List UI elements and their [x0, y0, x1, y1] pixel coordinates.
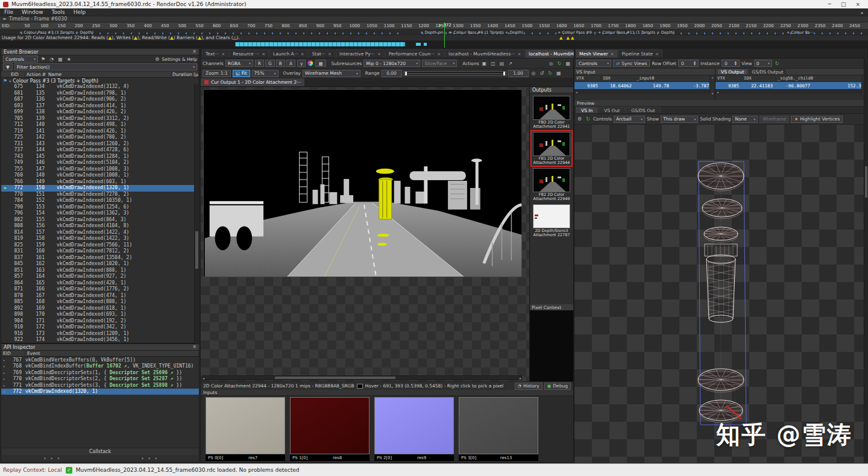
scrollbar-thumb[interactable] — [865, 166, 867, 198]
highlight-vertices-toggle[interactable]: ★Highlight Vertices — [791, 116, 843, 123]
channels-dropdown[interactable]: RGBA▾ — [225, 60, 253, 67]
event-row[interactable]: 802155vkCmdDrawIndexed(864, 3) — [1, 217, 199, 224]
api-inspector-header[interactable]: API Inspector × — [1, 344, 199, 351]
close-icon[interactable]: × — [301, 52, 304, 57]
callstack-bar[interactable]: Callstack — [1, 448, 199, 455]
output-thumbnail[interactable]: FB2 2D Color Attachment 22949 — [532, 168, 571, 202]
close-icon[interactable]: × — [192, 345, 197, 349]
timeline-ruler[interactable]: EID: ▶772 501001502002503003504004505005… — [0, 22, 868, 30]
event-row[interactable]: 831160vkCmdDrawIndexed(7812, 2) — [1, 248, 199, 255]
gear-icon[interactable]: ⚙ — [576, 116, 583, 122]
tab-1[interactable]: Resource ···× — [229, 49, 269, 58]
event-row[interactable]: 837161vkCmdDrawIndexed(13584, 2) — [1, 255, 199, 261]
expander-icon[interactable]: ▸ — [1, 389, 7, 393]
expander-icon[interactable]: ▾ — [9, 79, 11, 83]
range-min-input[interactable]: 0.00 — [382, 70, 402, 77]
overlay-dropdown[interactable]: Wireframe Mesh▾ — [303, 70, 360, 77]
close-button[interactable]: × — [855, 1, 860, 7]
refresh-icon[interactable]: ↻ — [774, 61, 781, 66]
vs-output-table[interactable]: VS OutputGS/DS Output VTXIDX_sig58._chil… — [715, 69, 867, 100]
settings-help[interactable]: ⚙ Settings & Help — [154, 57, 197, 62]
resource-link[interactable]: Descriptor Set 25287 ↗ — [110, 376, 174, 381]
checkerboard-toggle[interactable]: ▦ — [315, 60, 326, 67]
collapse-chevron-icon[interactable]: ▴ — [861, 10, 868, 15]
event-row[interactable]: 898170vkCmdDrawIndexed(693, 1) — [1, 312, 199, 318]
filter-funnel-icon[interactable]: ▼ — [3, 63, 13, 70]
close-icon[interactable]: × — [377, 52, 381, 57]
event-row[interactable]: 814157vkCmdDrawIndexed(1422, 4) — [1, 230, 199, 236]
redo-icon[interactable]: ↻ — [547, 70, 553, 76]
resource-link[interactable]: Buffer 16702 ↗ — [86, 363, 127, 369]
tab-pipeline-state[interactable]: Pipeline State× — [618, 49, 662, 58]
sync-views-toggle[interactable]: ⇄Sync Views — [613, 60, 650, 67]
menu-help[interactable]: Help — [69, 9, 90, 15]
event-row[interactable]: 871166vkCmdDrawIndexed(1776, 2) — [1, 286, 199, 293]
event-row[interactable]: 749146vkCmdDrawIndexed(5104, 2) — [1, 160, 199, 166]
event-row[interactable]: 687136vkCmdDrawIndexed(906, 2) — [1, 96, 199, 103]
instance-spinner[interactable]: 0▲▼ — [722, 60, 740, 67]
event-row[interactable]: 922174vkCmdDrawIndexed(3456, 1) — [1, 337, 199, 343]
tab-4[interactable]: Interactive Py···× — [336, 49, 385, 58]
magnifier-icon[interactable]: ◎ — [548, 61, 555, 66]
preview-tab-vs-in[interactable]: VS In — [576, 107, 598, 113]
api-event-row[interactable]: ▸772vkCmdDrawIndexed(1320, 1) — [1, 389, 199, 395]
close-icon[interactable]: × — [221, 52, 225, 57]
scroll-left-icon[interactable]: ◂ — [203, 376, 204, 380]
event-row[interactable]: 910172vkCmdDrawIndexed(342, 2) — [1, 324, 199, 331]
wireframe-toggle[interactable]: Wireframe — [760, 116, 789, 123]
event-row[interactable]: 892169vkCmdDrawIndexed(618, 1) — [1, 305, 199, 312]
event-row[interactable]: 845162vkCmdDrawIndexed(1020, 1) — [1, 261, 199, 268]
event-browser-column-headers[interactable]: EID Action # Name Duration (µ — [1, 71, 199, 78]
expander-icon[interactable]: ▸ — [1, 358, 7, 362]
vs-input-table[interactable]: VS Input VTXIDX_input0 938518.64062149.7… — [574, 69, 715, 100]
camera-mode-dropdown[interactable]: Arcball▾ — [614, 116, 645, 123]
api-event-row[interactable]: ▸767vkCmdBindVertexBuffers(0, VkBuffer[5… — [1, 357, 199, 363]
table-tab[interactable]: VS Output — [717, 69, 747, 75]
tab-5[interactable]: Performance Coun···× — [385, 49, 444, 58]
menu-window[interactable]: Window — [17, 9, 48, 15]
menu-file[interactable]: File — [0, 9, 17, 15]
slice-dropdown[interactable]: Slice/Face▾ — [422, 60, 457, 67]
scroll-right-icon[interactable]: ▸ — [520, 376, 521, 380]
maximize-button[interactable]: □ — [841, 1, 846, 7]
event-row[interactable]: 857164vkCmdDrawIndexed(927, 2) — [1, 274, 199, 280]
grid-icon[interactable]: ▦ — [555, 70, 562, 76]
expander-icon[interactable]: ▸ — [1, 371, 7, 375]
grip-dots[interactable]: • • • — [43, 456, 61, 462]
close-icon[interactable]: × — [611, 52, 614, 57]
usage-marker-strip[interactable] — [0, 41, 868, 48]
grid-icon[interactable]: ▦ — [57, 57, 64, 62]
menu-icon[interactable]: ≡ — [2, 16, 7, 22]
filter-input[interactable]: Filter $action()▾ — [14, 63, 197, 70]
api-event-list[interactable]: ▸767vkCmdBindVertexBuffers(0, VkBuffer[5… — [1, 357, 199, 395]
event-row[interactable]: 819158vkCmdDrawIndexed(1422, 3) — [1, 236, 199, 242]
event-row[interactable]: 851163vkCmdDrawIndexed(888, 1) — [1, 268, 199, 274]
controls-dropdown[interactable]: Controls▾ — [3, 55, 38, 63]
row-offset-spinner[interactable]: 0▲▼ — [678, 60, 699, 67]
event-row[interactable]: 705139vkCmdDrawIndexed(3312, 2) — [1, 116, 199, 122]
event-list-scrollbar[interactable] — [194, 84, 199, 343]
input-thumbnail[interactable]: PS 0[0]res7 — [206, 397, 285, 462]
texture-hscrollbar[interactable]: ◂ ▸ — [202, 375, 522, 380]
event-row[interactable]: 796154vkCmdDrawIndexed(1362, 3) — [1, 210, 199, 217]
gamma-toggle[interactable]: γ — [297, 60, 306, 67]
bookmark-icon[interactable]: ⚑ — [40, 57, 46, 62]
table-hscrollbar[interactable]: ◂▸ — [574, 89, 715, 94]
mesh-viewport[interactable] — [574, 125, 867, 463]
mesh-controls-dropdown[interactable]: Controls▾ — [576, 60, 611, 67]
event-row[interactable]: 784152vkCmdDrawIndexed(10350, 1) — [1, 198, 199, 204]
event-row[interactable]: 675134vkCmdDrawIndexed(3132, 4) — [1, 84, 199, 90]
event-row[interactable]: 808156vkCmdDrawIndexed(4104, 8) — [1, 223, 199, 230]
table-vscrollbar[interactable]: ▴▾ — [709, 75, 715, 95]
replay-context[interactable]: Replay Context: Local — [3, 467, 62, 473]
input-thumbnail[interactable]: PS 2[0]res9 — [374, 397, 454, 462]
scrollbar-thumb[interactable] — [195, 231, 198, 269]
api-event-row[interactable]: ▸768vkCmdBindIndexBuffer(Buffer 16702 ↗,… — [1, 363, 199, 370]
close-icon[interactable]: × — [328, 52, 332, 57]
event-row[interactable]: ▶772150vkCmdDrawIndexed(1320, 1) — [1, 185, 199, 192]
channel-a-toggle[interactable]: A — [286, 60, 295, 67]
output-thumbnail[interactable]: 2D Depth/Stencil Attachment 22787 — [532, 204, 571, 238]
event-row[interactable]: 766149vkCmdDrawIndexed(603, 1) — [1, 179, 199, 186]
event-row[interactable]: 878167vkCmdDrawIndexed(474, 1) — [1, 293, 199, 299]
zoom-level-dropdown[interactable]: 75%▾ — [252, 70, 278, 77]
